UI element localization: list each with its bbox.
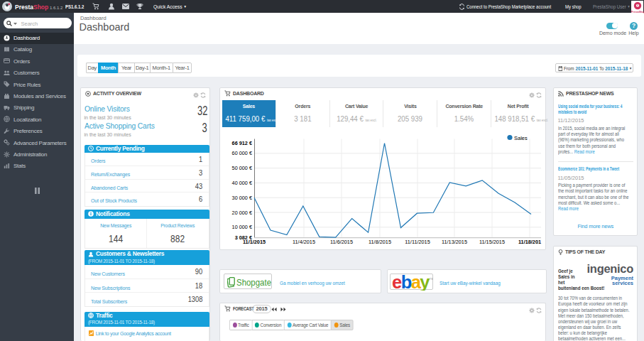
svg-text:11/13/2015: 11/13/2015	[442, 238, 467, 244]
svg-text:TM: TM	[430, 278, 433, 281]
svg-text:Shopgate: Shopgate	[236, 278, 271, 288]
svg-text:11/4/2015: 11/4/2015	[293, 238, 315, 244]
svg-text:60 000 €: 60 000 €	[232, 150, 252, 156]
svg-text:ebay: ebay	[392, 274, 430, 291]
svg-text:Sales: Sales	[514, 134, 528, 141]
svg-text:11/18/201: 11/18/201	[518, 238, 541, 244]
svg-text:11/6/2015: 11/6/2015	[330, 238, 353, 244]
svg-text:10 000 €: 10 000 €	[232, 224, 252, 230]
svg-text:50 000 €: 50 000 €	[232, 165, 252, 171]
svg-text:66 912 €: 66 912 €	[232, 140, 252, 146]
svg-text:30 000 €: 30 000 €	[232, 194, 252, 200]
svg-text:11/15/2015: 11/15/2015	[479, 238, 505, 244]
svg-text:3 082 €: 3 082 €	[235, 234, 252, 240]
svg-text:11/11/2015: 11/11/2015	[405, 238, 430, 244]
svg-text:20 000 €: 20 000 €	[232, 209, 252, 215]
svg-text:40 000 €: 40 000 €	[232, 179, 252, 185]
svg-text:11/8/2015: 11/8/2015	[369, 238, 391, 244]
